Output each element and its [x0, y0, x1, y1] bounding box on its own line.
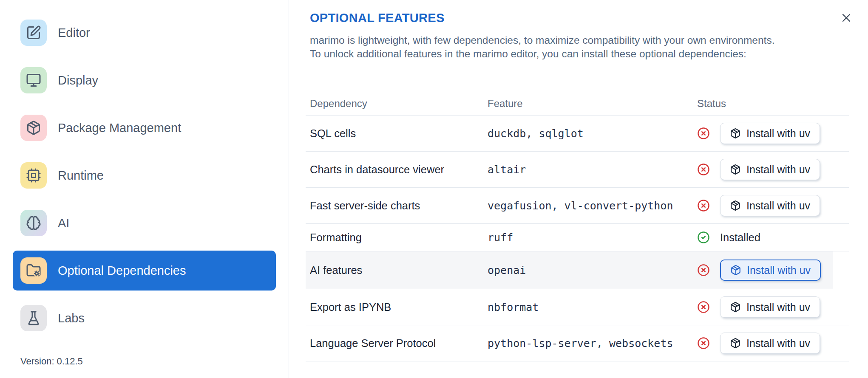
- sidebar-item-optional-dependencies[interactable]: Optional Dependencies: [13, 251, 276, 291]
- panel-description-line-2: To unlock additional features in the mar…: [310, 47, 849, 61]
- install-button-label: Install with uv: [746, 337, 810, 350]
- status-cell: Install with uv: [693, 296, 849, 318]
- circle-x-icon: [697, 337, 710, 350]
- installed-label: Installed: [720, 231, 760, 244]
- column-header-feature: Feature: [483, 98, 693, 110]
- panel-title: OPTIONAL FEATURES: [310, 11, 849, 25]
- monitor-icon: [26, 73, 41, 88]
- table-row: AI featuresopenaiInstall with uv: [306, 251, 849, 289]
- optional-features-panel: OPTIONAL FEATURES marimo is lightweight,…: [289, 0, 868, 378]
- package-icon: [730, 128, 741, 139]
- install-with-uv-button[interactable]: Install with uv: [720, 123, 820, 144]
- cpu-icon: [26, 168, 41, 183]
- status-cell: Install with uv: [693, 159, 849, 180]
- table-row: Export as IPYNBnbformatInstall with uv: [306, 289, 849, 325]
- package-icon: [730, 302, 741, 313]
- dependency-cell: Export as IPYNB: [306, 301, 483, 313]
- install-with-uv-button[interactable]: Install with uv: [720, 296, 820, 318]
- circle-check-icon: [697, 231, 710, 244]
- sidebar-item-editor[interactable]: Editor: [13, 13, 276, 53]
- feature-cell: vegafusion, vl-convert-python: [483, 200, 693, 212]
- sidebar-item-label: Editor: [58, 26, 90, 40]
- circle-x-icon: [697, 199, 710, 212]
- package-icon: [730, 265, 741, 276]
- sidebar-item-package-management[interactable]: Package Management: [13, 108, 276, 148]
- sidebar-item-runtime[interactable]: Runtime: [13, 155, 276, 195]
- table-row: FormattingruffInstalled: [306, 224, 849, 251]
- dependency-cell: Charts in datasource viewer: [306, 164, 483, 176]
- install-button-label: Install with uv: [746, 200, 810, 212]
- sidebar-item-label: Optional Dependencies: [58, 264, 186, 278]
- status-cell: Install with uv: [693, 260, 849, 281]
- feature-cell: python-lsp-server, websockets: [483, 337, 693, 350]
- sidebar-icon-chip: [20, 257, 47, 284]
- circle-x-icon: [697, 264, 710, 276]
- sidebar-nav: EditorDisplayPackage ManagementRuntimeAI…: [13, 13, 276, 338]
- table-row: SQL cellsduckdb, sqlglotInstall with uv: [306, 116, 849, 152]
- install-button-label: Install with uv: [746, 164, 810, 176]
- circle-x-icon: [697, 163, 710, 176]
- feature-cell: ruff: [483, 231, 693, 244]
- sidebar-item-label: Display: [58, 73, 98, 87]
- status-cell: Installed: [693, 231, 849, 244]
- sidebar-item-label: Runtime: [58, 169, 104, 183]
- package-icon: [730, 200, 741, 211]
- install-with-uv-button[interactable]: Install with uv: [720, 333, 820, 354]
- panel-description: marimo is lightweight, with few dependen…: [310, 34, 849, 60]
- table-row: Language Server Protocolpython-lsp-serve…: [306, 325, 849, 361]
- sidebar-icon-chip: [20, 210, 47, 236]
- sidebar-icon-chip: [20, 20, 47, 46]
- version-label: Version: 0.12.5: [20, 356, 83, 367]
- square-pen-icon: [26, 25, 41, 40]
- sidebar-icon-chip: [20, 305, 47, 331]
- flask-icon: [26, 310, 41, 326]
- table-row: Charts in datasource vieweraltairInstall…: [306, 152, 849, 188]
- install-button-label: Install with uv: [746, 127, 810, 140]
- column-header-status: Status: [693, 98, 849, 110]
- folder-cog-icon: [26, 263, 41, 278]
- dependency-cell: AI features: [306, 264, 483, 276]
- sidebar-item-label: Package Management: [58, 121, 181, 135]
- sidebar-icon-chip: [20, 162, 47, 189]
- install-with-uv-button[interactable]: Install with uv: [720, 195, 820, 216]
- status-cell: Install with uv: [693, 333, 849, 354]
- sidebar-icon-chip: [20, 67, 47, 93]
- settings-sidebar: EditorDisplayPackage ManagementRuntimeAI…: [0, 0, 289, 378]
- close-button[interactable]: [837, 9, 855, 27]
- feature-cell: nbformat: [483, 301, 693, 313]
- status-cell: Install with uv: [693, 195, 849, 216]
- sidebar-item-display[interactable]: Display: [13, 60, 276, 100]
- package-icon: [26, 120, 41, 135]
- brain-icon: [26, 215, 41, 231]
- panel-description-line-1: marimo is lightweight, with few dependen…: [310, 34, 849, 47]
- x-icon: [840, 11, 853, 25]
- install-button-label: Install with uv: [747, 264, 811, 276]
- table-body: SQL cellsduckdb, sqlglotInstall with uvC…: [306, 116, 849, 361]
- circle-x-icon: [697, 127, 710, 140]
- package-icon: [730, 164, 741, 175]
- circle-x-icon: [697, 301, 710, 313]
- dependencies-table: Dependency Feature Status SQL cellsduckd…: [306, 92, 849, 361]
- table-row: Fast server-side chartsvegafusion, vl-co…: [306, 188, 849, 224]
- sidebar-item-label: AI: [58, 216, 69, 230]
- dependency-cell: SQL cells: [306, 127, 483, 140]
- dependency-cell: Fast server-side charts: [306, 200, 483, 212]
- column-header-dependency: Dependency: [306, 98, 483, 110]
- feature-cell: duckdb, sqlglot: [483, 127, 693, 140]
- install-button-label: Install with uv: [746, 301, 810, 313]
- sidebar-item-labs[interactable]: Labs: [13, 298, 276, 338]
- install-with-uv-button[interactable]: Install with uv: [720, 159, 820, 180]
- install-with-uv-button[interactable]: Install with uv: [720, 260, 821, 281]
- dependency-cell: Formatting: [306, 231, 483, 244]
- package-icon: [730, 338, 741, 349]
- feature-cell: openai: [483, 264, 693, 276]
- feature-cell: altair: [483, 164, 693, 176]
- table-header-row: Dependency Feature Status: [306, 92, 849, 116]
- sidebar-item-label: Labs: [58, 311, 85, 325]
- dependency-cell: Language Server Protocol: [306, 337, 483, 350]
- sidebar-item-ai[interactable]: AI: [13, 203, 276, 243]
- status-cell: Install with uv: [693, 123, 849, 144]
- sidebar-icon-chip: [20, 115, 47, 141]
